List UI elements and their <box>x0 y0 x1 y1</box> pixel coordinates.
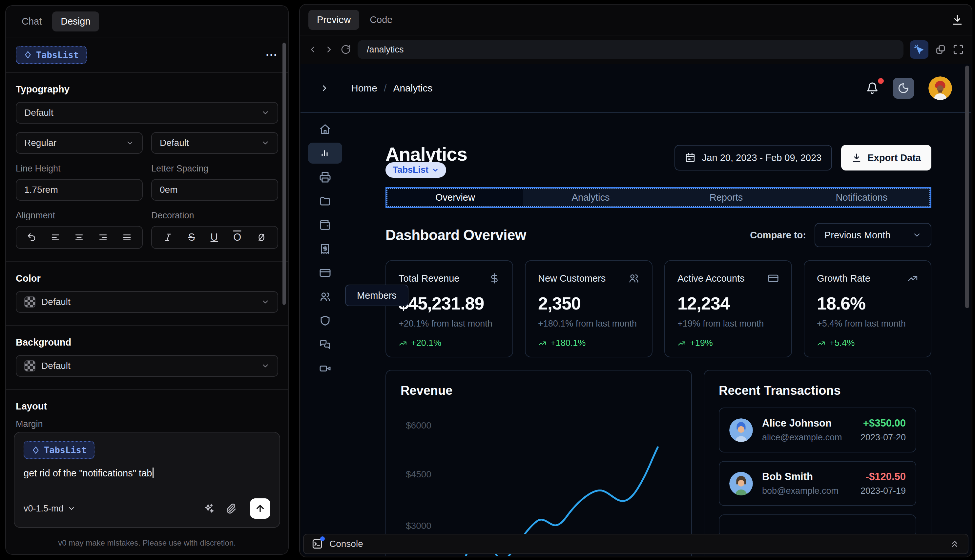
app-header: Home / Analytics <box>301 64 971 113</box>
font-weight-select[interactable]: Regular <box>16 132 143 154</box>
background-section-label: Background <box>16 337 278 348</box>
sidebar-item-billing[interactable] <box>308 238 342 259</box>
tab-reports[interactable]: Reports <box>658 189 794 206</box>
video-icon <box>319 363 331 375</box>
divider <box>6 261 288 262</box>
avatar <box>729 472 753 495</box>
transaction-date: 2023-07-20 <box>860 432 906 443</box>
prompt-input[interactable]: get rid of the "notifications" tab <box>23 468 270 479</box>
preview-tabs: Preview Code <box>300 5 972 35</box>
letter-spacing-input[interactable]: 0em <box>151 179 278 201</box>
forward-icon[interactable] <box>324 45 334 55</box>
chat-composer[interactable]: TabsList get rid of the "notifications" … <box>14 432 280 528</box>
preview-scrollbar[interactable] <box>965 65 969 308</box>
background-color-select[interactable]: Default <box>16 355 278 377</box>
copy-icon[interactable] <box>935 44 946 55</box>
stat-subtext: +20.1% from last month <box>399 319 500 329</box>
transaction-date: 2023-07-19 <box>860 486 906 496</box>
component-selection-chip[interactable]: TabsList <box>386 162 446 178</box>
chevrons-up-icon[interactable] <box>949 539 960 549</box>
avatar-image <box>928 77 952 100</box>
sidebar-item-home[interactable] <box>308 119 342 140</box>
sidebar-item-members[interactable] <box>308 286 342 307</box>
letter-spacing-label: Letter Spacing <box>151 163 278 174</box>
text-color-select[interactable]: Default <box>16 291 278 313</box>
model-select[interactable]: v0-1.5-md <box>23 503 75 514</box>
notifications-button[interactable] <box>866 82 878 95</box>
bell-icon <box>866 82 878 95</box>
breadcrumb-home[interactable]: Home <box>351 83 377 94</box>
sidebar-item-security[interactable] <box>308 310 342 331</box>
align-right-icon[interactable] <box>98 232 108 242</box>
tab-overview[interactable]: Overview <box>387 189 523 206</box>
selected-component-chip[interactable]: TabsList <box>16 46 87 64</box>
sidebar-toggle-icon[interactable] <box>319 83 329 93</box>
dashboard-tabs: Overview Analytics Reports Notifications <box>386 188 930 207</box>
align-left-icon[interactable] <box>50 232 60 242</box>
composer-context-chip[interactable]: TabsList <box>23 441 95 459</box>
panel-scrollbar[interactable] <box>282 43 286 305</box>
stat-value: 2,350 <box>538 293 639 313</box>
avatar[interactable] <box>928 77 952 100</box>
download-icon[interactable] <box>952 14 963 25</box>
underline-icon[interactable]: U <box>210 232 218 243</box>
tab-analytics[interactable]: Analytics <box>523 189 658 206</box>
sidebar-item-invoices[interactable] <box>308 167 342 188</box>
strikethrough-icon[interactable]: S <box>188 232 195 243</box>
inspect-cursor-button[interactable] <box>910 40 928 59</box>
console-bar[interactable]: Console <box>303 534 968 554</box>
disclaimer-text: v0 may make mistakes. Please use with di… <box>6 538 288 548</box>
tab-chat[interactable]: Chat <box>15 12 49 32</box>
more-options-icon[interactable]: ⋯ <box>265 48 278 62</box>
reset-alignment-icon[interactable] <box>27 232 37 242</box>
font-size-value: Default <box>160 138 189 148</box>
tab-design[interactable]: Design <box>52 12 99 32</box>
stat-label: Total Revenue <box>399 273 459 284</box>
italic-icon[interactable] <box>163 232 173 242</box>
chevron-down-icon <box>432 167 439 174</box>
line-height-label: Line Height <box>16 163 143 174</box>
list-item[interactable]: Alice Johnson alice@example.com +$350.00… <box>719 408 916 452</box>
stat-trend-value: +180.1% <box>551 338 586 348</box>
sidebar-item-wallet[interactable] <box>308 215 342 235</box>
stat-value: 18.6% <box>817 293 918 313</box>
trending-up-icon <box>907 273 918 284</box>
url-input[interactable]: /analytics <box>357 40 903 59</box>
sidebar-item-analytics[interactable] <box>308 143 342 163</box>
tab-notifications[interactable]: Notifications <box>794 189 929 206</box>
sparkles-icon[interactable] <box>204 503 215 514</box>
overline-icon[interactable]: O <box>233 232 241 243</box>
send-button[interactable] <box>250 498 270 519</box>
refresh-icon[interactable] <box>341 44 351 55</box>
sidebar-item-messages[interactable] <box>308 334 342 355</box>
transaction-email: bob@example.com <box>762 486 838 496</box>
sidebar-item-cards[interactable] <box>308 262 342 283</box>
line-height-input[interactable]: 1.75rem <box>16 179 143 201</box>
paperclip-icon[interactable] <box>226 503 237 514</box>
align-center-icon[interactable] <box>74 232 84 242</box>
text-color-value: Default <box>41 297 70 307</box>
fullscreen-icon[interactable] <box>953 44 964 55</box>
chevron-down-icon <box>261 139 270 147</box>
back-icon[interactable] <box>308 45 317 55</box>
align-justify-icon[interactable] <box>122 232 132 242</box>
no-decoration-icon[interactable] <box>257 232 266 242</box>
chevron-down-icon <box>912 230 922 240</box>
tab-preview[interactable]: Preview <box>308 10 359 30</box>
sidebar-item-files[interactable] <box>308 190 342 212</box>
credit-card-icon <box>319 267 331 279</box>
typography-section-label: Typography <box>16 84 278 95</box>
date-range-button[interactable]: Jan 20, 2023 - Feb 09, 2023 <box>674 145 832 170</box>
font-size-select[interactable]: Default <box>151 132 278 154</box>
tab-code[interactable]: Code <box>362 10 399 30</box>
list-item[interactable]: Bob Smith bob@example.com -$120.50 2023-… <box>719 461 916 506</box>
transaction-name: Alice Johnson <box>762 417 842 429</box>
theme-toggle-button[interactable] <box>893 78 914 99</box>
alignment-toolbar <box>16 226 143 249</box>
compare-select[interactable]: Previous Month <box>815 223 932 247</box>
avatar-image <box>729 472 753 495</box>
sidebar-item-video[interactable] <box>308 358 342 379</box>
export-data-button[interactable]: Export Data <box>841 145 932 170</box>
font-family-select[interactable]: Default <box>16 102 278 123</box>
stat-trend-value: +5.4% <box>829 338 855 348</box>
